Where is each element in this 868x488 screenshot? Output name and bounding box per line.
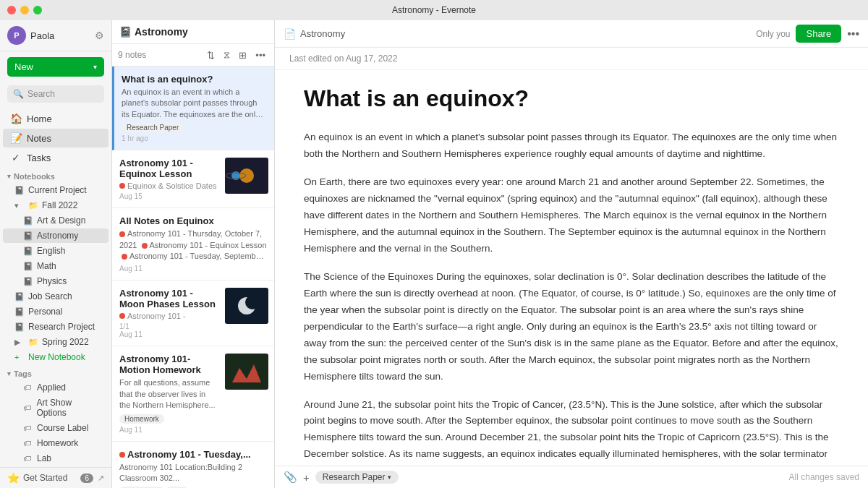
tree-item-label: Spring 2022 [42, 337, 89, 347]
view-icon[interactable]: ⊞ [236, 48, 250, 62]
get-started-label: Get Started [23, 473, 67, 483]
tags-section[interactable]: ▾ Tags [0, 365, 111, 380]
search-placeholder: Search [27, 89, 55, 99]
notebook-icon: 📓 [119, 26, 132, 38]
tag-icon: 🏷 [23, 454, 33, 463]
tag-chip: Homework [119, 414, 164, 424]
editor-content[interactable]: What is an equinox? An equinox is an eve… [275, 70, 868, 466]
sidebar-item-research-project[interactable]: 📓 Research Project [3, 320, 109, 334]
tag-icon: 🏷 [23, 424, 33, 432]
notebook-icon: 📓 [14, 307, 25, 317]
last-edited-text: Last edited on Aug 17, 2022 [289, 53, 397, 64]
notebook-icon: 📓 [23, 262, 33, 271]
badge-count: 6 [80, 474, 93, 483]
sidebar-item-homework[interactable]: 🏷 Homework [3, 436, 109, 450]
window-controls[interactable] [7, 6, 42, 14]
search-icon: 🔍 [13, 89, 24, 99]
note-thumbnail [225, 288, 268, 324]
insert-icon[interactable]: + [303, 471, 310, 484]
sidebar-item-art-show[interactable]: 🏷 Art Show Options [3, 395, 109, 420]
note-date: Aug 11 [119, 330, 267, 338]
note-card[interactable]: Astronomy 101 - Equinox Lesson Equinox &… [112, 150, 274, 208]
more-options-icon[interactable]: ••• [252, 48, 268, 62]
footer-tag[interactable]: Research Paper ▾ [315, 471, 399, 484]
sidebar-item-current-project[interactable]: 📓 Current Project [3, 183, 109, 197]
paragraph: Around June 21, the subsolar point hits … [304, 397, 839, 466]
svg-marker-5 [232, 364, 261, 382]
notebook-title: Astronomy [135, 26, 267, 38]
tree-item-label: Math [37, 261, 56, 271]
home-icon: 🏠 [10, 113, 22, 124]
filter-icon[interactable]: ⧖ [221, 48, 233, 62]
gear-icon[interactable]: ⚙ [95, 30, 104, 41]
editor-toolbar-left: 📄 Astronomy [284, 28, 750, 40]
close-button[interactable] [7, 6, 16, 14]
sort-icon[interactable]: ⇅ [204, 48, 218, 62]
sidebar-item-applied[interactable]: 🏷 Applied [3, 380, 109, 395]
red-dot [119, 452, 125, 458]
sidebar-item-fall-2022[interactable]: ▾ 📁 Fall 2022 [3, 198, 109, 213]
tag-chip: Research Paper [122, 123, 184, 132]
sidebar-item-tasks[interactable]: ✓ Tasks [3, 148, 109, 167]
only-you-label: Only you [756, 29, 790, 39]
sidebar-item-english[interactable]: 📓 English [3, 244, 109, 258]
sidebar-item-course-label[interactable]: 🏷 Course Label [3, 421, 109, 435]
note-card[interactable]: What is an equinox? An equinox is an eve… [112, 67, 274, 150]
sidebar-item-new-notebook[interactable]: + New Notebook [3, 350, 109, 364]
sidebar-footer[interactable]: ⭐ Get Started 6 ↗ [0, 467, 111, 488]
maximize-button[interactable] [33, 6, 42, 14]
sidebar-item-label: Home [27, 114, 52, 124]
editor-area: 📄 Astronomy Only you Share ••• Last edit… [275, 20, 868, 488]
notebook-icon: 📓 [14, 186, 25, 195]
avatar: P [7, 26, 26, 45]
note-icon: 📄 [284, 28, 296, 40]
notebook-icon: 📓 [23, 216, 33, 226]
sidebar-item-notes[interactable]: 📝 Notes [3, 129, 109, 147]
sidebar-item-job-search[interactable]: 📓 Job Search [3, 289, 109, 304]
new-button-label: New [14, 61, 33, 72]
save-status: All changes saved [789, 472, 859, 482]
sidebar-nav: 🏠 Home 📝 Notes ✓ Tasks ▾ Notebooks 📓 Cur… [0, 108, 111, 467]
tree-item-label: Current Project [28, 185, 87, 195]
note-tags: Research Paper [122, 123, 267, 132]
tree-item-label: Job Search [28, 291, 72, 301]
more-options-button[interactable]: ••• [847, 27, 859, 40]
note-card[interactable]: Astronomy 101 - Tuesday,... Astronomy 10… [112, 442, 274, 488]
tree-item-label: Art & Design [37, 215, 85, 226]
document-body: An equinox is an event in which a planet… [304, 129, 839, 466]
new-button[interactable]: New ▾ [7, 57, 104, 77]
notebook-icon: 📓 [23, 231, 33, 241]
notebook-icon: 📓 [23, 277, 33, 286]
get-started-icon: ⭐ [7, 472, 19, 484]
add-note-icon[interactable]: 📎 [284, 471, 297, 484]
sidebar-item-label: Tasks [27, 153, 51, 163]
notebooks-section[interactable]: ▾ Notebooks [0, 168, 111, 182]
share-button[interactable]: Share [796, 25, 841, 43]
chevron-icon: ▾ [7, 173, 11, 180]
sidebar-item-physics[interactable]: 📓 Physics [3, 274, 109, 288]
notebook-icon: 📁 [28, 201, 38, 210]
chevron-right-icon: ▶ [14, 338, 25, 347]
search-bar[interactable]: 🔍 Search [7, 85, 104, 103]
sidebar-item-personal[interactable]: 📓 Personal [3, 304, 109, 319]
sidebar-item-label: Notes [27, 133, 51, 144]
window-title: Astronomy - Evernote [392, 5, 476, 15]
note-preview: Astronomy 101 - Thursday, October 7, 202… [119, 228, 267, 262]
user-name: Paola [30, 30, 90, 41]
breadcrumb: Astronomy [300, 28, 345, 39]
note-card[interactable]: Astronomy 101 - Moon Phases Lesson Astro… [112, 281, 274, 346]
sidebar-item-math[interactable]: 📓 Math [3, 259, 109, 273]
section-label: Tags [14, 369, 32, 378]
sidebar-item-astronomy[interactable]: 📓 Astronomy [3, 228, 109, 243]
sidebar-item-spring-2022[interactable]: ▶ 📁 Spring 2022 [3, 335, 109, 349]
minimize-button[interactable] [20, 6, 29, 14]
tree-item-label: Personal [28, 307, 62, 317]
sidebar-item-home[interactable]: 🏠 Home [3, 109, 109, 128]
sidebar-item-lab[interactable]: 🏷 Lab [3, 451, 109, 466]
sidebar-item-art-design[interactable]: 📓 Art & Design [3, 213, 109, 228]
note-card[interactable]: Astronomy 101- Motion Homework For all q… [112, 346, 274, 441]
list-toolbar: 9 notes ⇅ ⧖ ⊞ ••• [112, 44, 274, 67]
note-date: Aug 11 [119, 426, 267, 434]
note-card[interactable]: All Notes on Equinox Astronomy 101 - Thu… [112, 208, 274, 281]
notebook-icon: 📁 [28, 338, 38, 347]
